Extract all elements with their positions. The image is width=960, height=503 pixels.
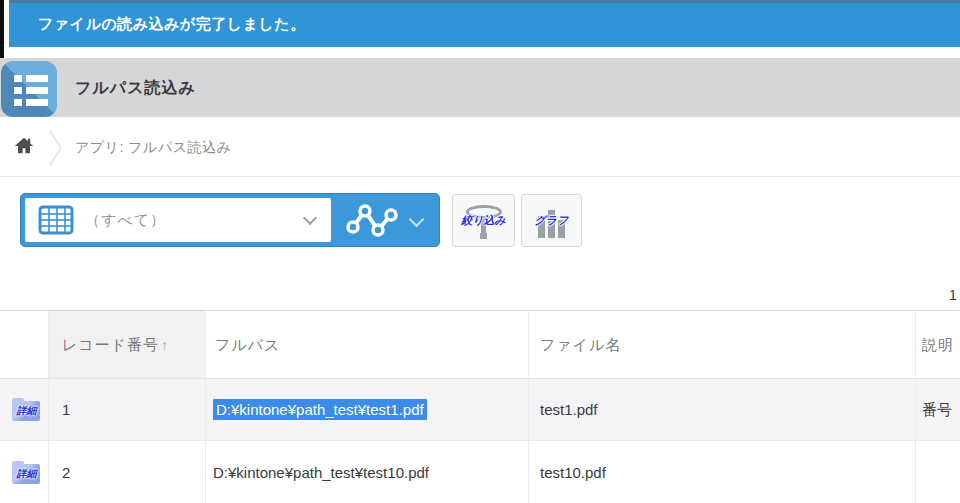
detail-link-icon[interactable]: 詳細 — [11, 460, 42, 486]
table-row: 詳細 2 D:¥kintone¥path_test¥test10.pdf tes… — [0, 442, 960, 503]
cell-record-number: 1 — [62, 379, 70, 441]
list-grid-icon — [14, 75, 48, 111]
cell-record-number: 2 — [62, 442, 70, 503]
column-header-description[interactable]: 説明 — [922, 311, 954, 379]
column-header-file-name[interactable]: ファイル名 — [540, 311, 621, 379]
breadcrumb-separator-icon — [48, 129, 64, 167]
cell-description: 番号 — [922, 379, 952, 441]
chevron-down-icon — [303, 211, 317, 225]
column-divider — [205, 312, 206, 503]
kintone-app-window: ファイルの読み込みが完了しました。 フルパス読込み アプリ: フルパス読込み — [0, 0, 960, 503]
detail-link-icon[interactable]: 詳細 — [11, 397, 42, 423]
table-row: 詳細 1 D:¥kintone¥path_test¥test1.pdf test… — [0, 379, 960, 441]
home-icon[interactable] — [13, 135, 35, 157]
column-header-full-path[interactable]: フルパス — [215, 311, 280, 379]
breadcrumb: アプリ: フルパス読込み — [0, 117, 960, 177]
app-icon[interactable] — [1, 61, 57, 117]
column-divider — [915, 312, 916, 503]
detail-link-label: 詳細 — [11, 467, 42, 481]
column-divider — [528, 312, 529, 503]
column-divider — [48, 312, 49, 503]
table-header-row: レコード番号↑ フルパス ファイル名 説明 — [0, 311, 960, 379]
line-chart-icon[interactable] — [343, 201, 401, 241]
cell-file-name: test10.pdf — [540, 442, 606, 503]
breadcrumb-app-link[interactable]: アプリ: フルパス読込み — [75, 117, 231, 177]
record-count: 1 — [949, 287, 957, 303]
record-table: レコード番号↑ フルパス ファイル名 説明 詳細 1 D:¥kintone¥pa… — [0, 310, 960, 503]
filter-button-label: 絞り込み — [453, 213, 514, 228]
success-notification-banner: ファイルの読み込みが完了しました。 — [9, 0, 960, 47]
view-selector: （すべて） — [20, 193, 440, 247]
selected-text: D:¥kintone¥path_test¥test1.pdf — [213, 399, 427, 420]
filter-button[interactable]: 絞り込み — [452, 194, 515, 247]
cell-file-name: test1.pdf — [540, 379, 598, 441]
graph-button-label: グラフ — [522, 213, 581, 228]
column-header-record-number[interactable]: レコード番号↑ — [62, 311, 169, 379]
notification-message: ファイルの読み込みが完了しました。 — [9, 3, 960, 45]
column-header-label: レコード番号 — [62, 336, 159, 353]
cell-full-path: D:¥kintone¥path_test¥test1.pdf — [213, 379, 427, 441]
chart-menu-chevron-icon[interactable] — [409, 212, 425, 228]
cell-full-path: D:¥kintone¥path_test¥test10.pdf — [213, 442, 429, 503]
sort-ascending-icon: ↑ — [161, 337, 169, 353]
view-select-dropdown[interactable]: （すべて） — [25, 198, 331, 242]
app-title: フルパス読込み — [75, 58, 196, 117]
detail-link-label: 詳細 — [11, 404, 42, 418]
view-select-value: （すべて） — [85, 198, 166, 242]
table-view-icon — [38, 205, 74, 235]
graph-button[interactable]: グラフ — [521, 194, 582, 247]
